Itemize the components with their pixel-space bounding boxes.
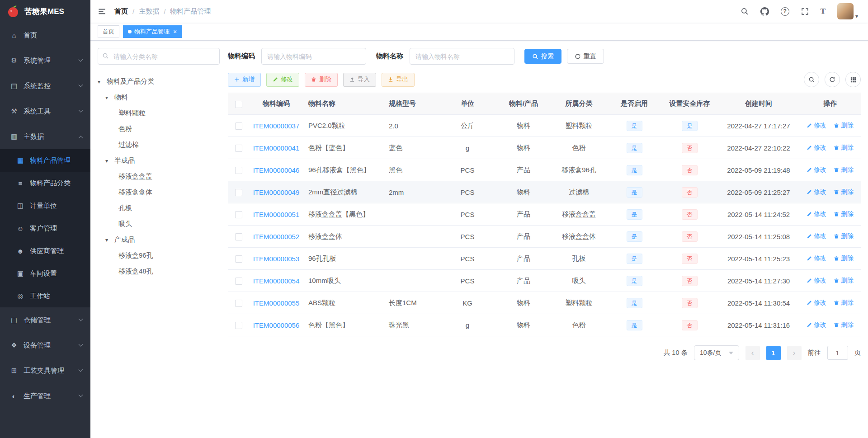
- close-icon[interactable]: ×: [173, 28, 177, 35]
- edit-link[interactable]: 修改: [807, 277, 826, 285]
- edit-link[interactable]: 修改: [807, 144, 826, 152]
- hide-search-button[interactable]: [804, 72, 819, 87]
- tree-node[interactable]: ▾物料及产品分类: [98, 74, 220, 89]
- sidebar-item-material-product-management[interactable]: ▦物料产品管理: [0, 149, 90, 172]
- sidebar-item-system-management[interactable]: ⚙系统管理: [0, 48, 90, 73]
- delete-link[interactable]: 删除: [834, 232, 854, 240]
- edit-link[interactable]: 修改: [807, 188, 826, 196]
- name-filter-input[interactable]: [410, 48, 514, 65]
- page-size-select[interactable]: 10条/页: [694, 345, 739, 360]
- toggle-columns-button[interactable]: [845, 72, 861, 87]
- question-icon[interactable]: [781, 7, 789, 16]
- edit-link[interactable]: 修改: [807, 321, 826, 329]
- row-checkbox[interactable]: [235, 122, 242, 130]
- item-code-link[interactable]: ITEM00000052: [253, 233, 300, 240]
- sidebar-item-material-product-category[interactable]: ≡物料产品分类: [0, 172, 90, 194]
- item-code-link[interactable]: ITEM00000037: [253, 122, 300, 130]
- delete-link[interactable]: 删除: [834, 166, 854, 174]
- prev-page-button[interactable]: ‹: [745, 346, 760, 360]
- edit-link[interactable]: 修改: [807, 166, 826, 174]
- code-filter-input[interactable]: [261, 48, 366, 65]
- delete-link[interactable]: 删除: [834, 188, 854, 196]
- font-size-icon[interactable]: [821, 7, 826, 16]
- delete-link[interactable]: 删除: [834, 321, 854, 329]
- add-button[interactable]: 新增: [228, 73, 261, 87]
- edit-link[interactable]: 修改: [807, 232, 826, 240]
- user-avatar[interactable]: ▾: [837, 3, 858, 19]
- sidebar-item-master-data[interactable]: ▥主数据: [0, 124, 90, 149]
- tree-node[interactable]: 吸头: [98, 216, 220, 232]
- search-button[interactable]: 搜索: [524, 49, 561, 64]
- item-code-link[interactable]: ITEM00000054: [253, 277, 300, 285]
- sidebar-item-equipment-management[interactable]: ❖设备管理: [0, 333, 90, 358]
- hamburger-icon[interactable]: [98, 7, 106, 16]
- delete-link[interactable]: 删除: [834, 254, 854, 263]
- sidebar-item-production-management[interactable]: ◐生产管理: [0, 383, 90, 409]
- delete-link[interactable]: 删除: [834, 210, 854, 218]
- sidebar-item-workstation[interactable]: ◎工作站: [0, 285, 90, 307]
- row-checkbox[interactable]: [235, 255, 242, 263]
- row-checkbox[interactable]: [235, 233, 242, 240]
- tree-node[interactable]: 移液盒盒盖: [98, 169, 220, 184]
- page-number-button[interactable]: 1: [766, 346, 781, 360]
- github-icon[interactable]: [760, 7, 769, 16]
- sidebar-item-supplier-management[interactable]: ☻供应商管理: [0, 240, 90, 262]
- refresh-button[interactable]: [825, 72, 840, 87]
- tree-node[interactable]: 塑料颗粒: [98, 105, 220, 121]
- tab-home[interactable]: 首页: [98, 25, 119, 38]
- reset-button[interactable]: 重置: [567, 49, 604, 64]
- next-page-button[interactable]: ›: [787, 346, 802, 360]
- item-code-link[interactable]: ITEM00000056: [253, 321, 300, 329]
- item-code-link[interactable]: ITEM00000046: [253, 166, 300, 174]
- sidebar-item-warehouse-management[interactable]: ▢仓储管理: [0, 307, 90, 333]
- row-checkbox[interactable]: [235, 300, 242, 307]
- item-code-link[interactable]: ITEM00000055: [253, 299, 300, 307]
- row-checkbox[interactable]: [235, 145, 242, 152]
- import-button[interactable]: 导入: [343, 73, 376, 87]
- item-code-link[interactable]: ITEM00000041: [253, 144, 300, 152]
- edit-link[interactable]: 修改: [807, 122, 826, 130]
- tree-node[interactable]: 移液盒96孔: [98, 248, 220, 264]
- fullscreen-icon[interactable]: [801, 8, 809, 15]
- item-code-link[interactable]: ITEM00000053: [253, 255, 300, 263]
- edit-link[interactable]: 修改: [807, 210, 826, 218]
- tab-material-product-management[interactable]: 物料产品管理×: [123, 25, 182, 38]
- sidebar-item-system-tools[interactable]: ⚒系统工具: [0, 99, 90, 124]
- tree-node[interactable]: 孔板: [98, 200, 220, 216]
- tree-node[interactable]: 过滤棉: [98, 137, 220, 153]
- spec-cell: 珠光黑: [383, 314, 439, 336]
- sidebar-item-fixture-management[interactable]: ⊞工装夹具管理: [0, 358, 90, 383]
- tree-node[interactable]: 移液盒48孔: [98, 264, 220, 279]
- tree-node[interactable]: ▾半成品: [98, 153, 220, 169]
- delete-button[interactable]: 删除: [305, 73, 338, 87]
- category-search-input[interactable]: [98, 48, 220, 65]
- sidebar-item-measure-unit[interactable]: ◫计量单位: [0, 194, 90, 217]
- export-button[interactable]: 导出: [382, 73, 415, 87]
- select-all-checkbox[interactable]: [235, 101, 242, 108]
- row-checkbox[interactable]: [235, 278, 242, 285]
- tree-node[interactable]: 移液盒盒体: [98, 184, 220, 200]
- edit-button[interactable]: 修改: [266, 73, 299, 87]
- edit-link[interactable]: 修改: [807, 299, 826, 307]
- row-checkbox[interactable]: [235, 322, 242, 329]
- sidebar-item-customer-management[interactable]: ☺客户管理: [0, 217, 90, 240]
- delete-link[interactable]: 删除: [834, 277, 854, 285]
- delete-link[interactable]: 删除: [834, 122, 854, 130]
- row-checkbox[interactable]: [235, 167, 242, 174]
- sidebar-item-system-monitor[interactable]: ▤系统监控: [0, 73, 90, 99]
- search-icon[interactable]: [741, 7, 749, 15]
- row-checkbox[interactable]: [235, 211, 242, 218]
- delete-link[interactable]: 删除: [834, 144, 854, 152]
- row-checkbox[interactable]: [235, 189, 242, 196]
- goto-page-input[interactable]: [827, 346, 848, 360]
- edit-link[interactable]: 修改: [807, 254, 826, 263]
- breadcrumb-item[interactable]: 首页: [114, 7, 128, 16]
- item-code-link[interactable]: ITEM00000051: [253, 211, 300, 218]
- sidebar-item-workshop-settings[interactable]: ▣车间设置: [0, 262, 90, 285]
- tree-node[interactable]: 色粉: [98, 121, 220, 137]
- item-code-link[interactable]: ITEM00000049: [253, 188, 300, 196]
- tree-node[interactable]: ▾产成品: [98, 232, 220, 248]
- delete-link[interactable]: 删除: [834, 299, 854, 307]
- sidebar-item-home[interactable]: ⌂首页: [0, 23, 90, 48]
- tree-node[interactable]: ▾物料: [98, 89, 220, 105]
